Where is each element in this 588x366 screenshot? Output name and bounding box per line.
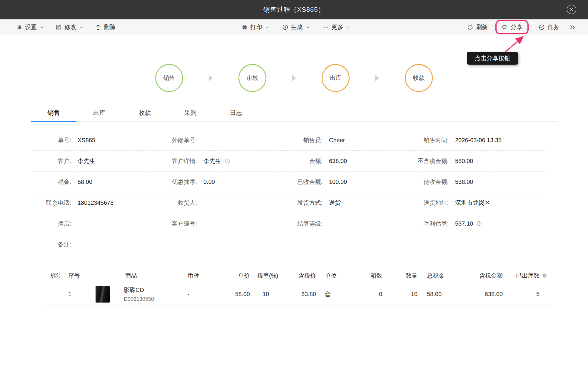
field-delivery-address: 送货地址: 深圳市龙岗区 [410,199,545,207]
toolbar-center-group: 打印 生成 更多 [242,23,350,31]
cell-total-tax: 58.00 [417,291,459,298]
close-button[interactable] [566,4,577,15]
step-arrow-icon [183,75,238,81]
field-label: 金额: [284,157,323,165]
info-icon[interactable] [477,221,482,226]
form-row: 备注: [33,234,545,255]
tab-log[interactable]: 日志 [213,109,259,121]
header-seq: 序号 [66,272,88,280]
close-icon [566,4,577,15]
field-value: 537.10 [455,220,473,227]
tab-label: 收款 [139,109,151,116]
field-label: 已收金额: [284,178,323,186]
field-label: 酒店: [33,220,71,228]
field-value: 538.00 [455,179,473,185]
tab-purchase[interactable]: 采购 [168,109,213,121]
share-button[interactable]: 分享 [502,23,522,31]
column-settings-button[interactable] [539,273,550,278]
more-button[interactable]: 更多 [323,23,350,31]
field-discount: 优惠抹零: 0.00 [159,178,284,186]
cell-amount-with-tax: 638.00 [459,291,503,298]
step-outbound[interactable]: 出库 [322,64,350,92]
field-consignee: 收货人: [159,199,284,207]
field-amount-excl-tax: 不含税金额: 580.00 [410,157,545,165]
header-qty: 数量 [382,272,417,280]
cell-product: 影碟CD D002130550 [88,286,176,303]
field-value: 0.00 [203,179,215,185]
header-tax-rate: 税率(%) [250,272,294,280]
refresh-button[interactable]: 刷新 [467,23,488,31]
modify-label: 修改 [64,23,76,31]
field-value: Cheer [329,137,345,144]
header-mark: 标注 [44,272,66,280]
field-phone: 联系电话: 18012345678 [33,199,159,207]
field-value: 李先生 [203,157,221,165]
gear-icon [542,273,547,278]
step-sales[interactable]: 销售 [155,64,183,92]
cell-seq: 1 [66,291,88,298]
print-button[interactable]: 打印 [242,23,269,31]
field-label: 单号: [33,136,71,144]
field-value: XS865 [78,137,95,144]
table-header-row: 标注 序号 商品 币种 单价 税率(%) 含税价 单位 箱数 数量 总税金 含税… [44,268,550,283]
field-label: 收货人: [159,199,197,207]
expand-toolbar-button[interactable] [569,25,576,30]
tab-payment[interactable]: 收款 [122,109,168,121]
cell-tax-rate: 10 [250,291,294,298]
field-label: 发货方式: [284,199,323,207]
product-text: 影碟CD D002130550 [124,286,154,302]
edit-icon [56,24,62,30]
tab-label: 销售 [48,109,60,116]
field-label: 外部单号: [159,136,197,144]
task-button[interactable]: 任务 [539,23,559,31]
delete-button[interactable]: 删除 [95,23,116,31]
field-label: 销售时间: [410,136,449,144]
field-value: 100.00 [329,179,347,185]
settings-button[interactable]: 设置 [16,23,44,31]
field-label: 备注: [33,241,71,249]
active-tab-underline [31,121,76,122]
field-label: 待收金额: [410,178,449,186]
refresh-icon [467,24,473,30]
field-label: 销售员: [284,136,323,144]
comment-bubble-icon [502,24,508,30]
chevron-down-icon [265,26,269,28]
tab-label: 采购 [184,109,197,116]
form-row: 联系电话: 18012345678 收货人: 发货方式: 送货 送货地址: 深圳… [33,192,545,213]
step-label: 出库 [330,74,342,82]
field-label: 联系电话: [33,199,71,207]
modify-button[interactable]: 修改 [56,23,83,31]
field-value: 58.00 [78,179,92,185]
gear-icon [16,24,22,30]
field-label: 税金: [33,178,71,186]
product-thumbnail[interactable] [96,286,110,303]
plus-circle-icon [282,24,288,30]
field-gross-profit: 毛利估算: 537.10 [410,220,545,228]
field-value: 李先生 [78,157,95,165]
settings-label: 设置 [25,23,37,31]
header-unit: 单位 [316,272,347,280]
field-hotel: 酒店: [33,220,159,228]
field-remark: 备注: [33,241,159,249]
trash-icon [95,24,101,30]
form-row: 税金: 58.00 优惠抹零: 0.00 已收金额: 100.00 待收金额: … [33,172,545,192]
header-product: 商品 [88,272,176,280]
field-external-no: 外部单号: [159,136,284,144]
field-value: 18012345678 [78,199,113,206]
field-tax: 税金: 58.00 [33,178,159,186]
chevron-down-icon [347,26,350,28]
tab-sales[interactable]: 销售 [31,109,76,121]
header-total-tax: 总税金 [417,272,459,280]
step-payment[interactable]: 收款 [405,64,433,92]
check-circle-icon [539,24,545,30]
tab-outbound[interactable]: 出库 [76,109,122,121]
step-review[interactable]: 审核 [238,64,266,92]
chevron-down-icon [79,26,83,28]
field-amount: 金额: 638.00 [284,157,410,165]
chevron-down-icon [40,26,44,28]
info-icon[interactable] [225,158,230,164]
cell-unit-price: 58.00 [219,291,250,298]
step-arrow-icon [266,75,322,81]
generate-button[interactable]: 生成 [282,23,310,31]
toolbar-left-group: 设置 修改 删除 [0,23,242,31]
